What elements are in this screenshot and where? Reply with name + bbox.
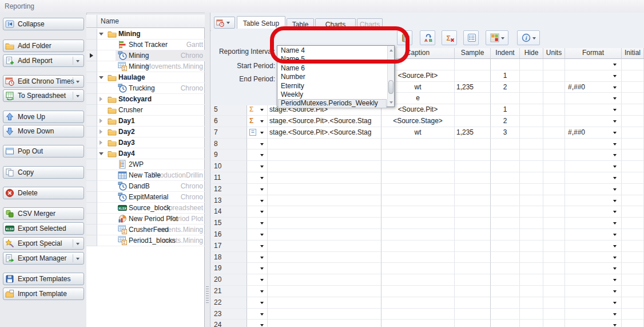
grid-cell-sample-row15[interactable] (455, 218, 491, 229)
panel-splitter[interactable] (205, 13, 210, 327)
grid-cell-initial-row14[interactable] (622, 206, 644, 218)
grid-cell-hide-row21[interactable] (520, 286, 543, 297)
grid-cell-hide-row2[interactable] (520, 70, 543, 82)
grid-cell-indent-row24[interactable] (491, 320, 520, 327)
sidebar-button-collapse[interactable]: Collapse (3, 18, 84, 30)
sidebar-button-add-report[interactable]: Add Report (3, 54, 84, 67)
grid-cell-caption-row23[interactable] (381, 309, 455, 320)
grid-cell-expr-row17[interactable] (268, 241, 381, 252)
grid-cell-sample-row16[interactable] (455, 229, 491, 241)
grid-cell-hide-row5[interactable] (520, 104, 543, 116)
grid-cell-hide-row22[interactable] (520, 297, 543, 309)
tree-item-source-block[interactable]: XLSXSpreadsheetSource_block (97, 203, 205, 214)
grid-cell-caption-row8[interactable] (381, 139, 455, 150)
grid-cell-num-row22[interactable]: 22 (212, 297, 247, 309)
grid-cell-num-row9[interactable]: 9 (212, 149, 247, 161)
grid-cell-format-row17[interactable] (565, 241, 622, 252)
format-dropdown-icon[interactable] (613, 75, 617, 79)
grid-cell-expr-row13[interactable] (268, 195, 381, 207)
sidebar-button-copy[interactable]: Copy (3, 166, 84, 179)
grid-cell-initial-row10[interactable] (622, 161, 644, 172)
grid-cell-icon-row16[interactable] (247, 229, 268, 241)
grid-cell-hide-row16[interactable] (520, 229, 543, 241)
sidebar-button-move-up[interactable]: Move Up (3, 111, 84, 123)
grid-cell-indent-row9[interactable] (491, 149, 520, 161)
grid-cell-num-row14[interactable]: 14 (212, 206, 247, 218)
sidebar-button-export-manager[interactable]: Export Manager (3, 252, 84, 265)
grid-cell-num-row16[interactable]: 16 (212, 229, 247, 241)
grid-cell-caption-row19[interactable] (381, 263, 455, 274)
grid-cell-icon-row21[interactable] (247, 286, 268, 297)
format-dropdown-icon[interactable] (613, 290, 617, 294)
grid-cell-format-row11[interactable] (565, 172, 622, 184)
row-type-dropdown-icon[interactable] (260, 143, 264, 147)
grid-cell-indent-row17[interactable] (491, 241, 520, 252)
grid-cell-num-row11[interactable]: 11 (212, 172, 247, 184)
grid-cell-expr-row19[interactable] (268, 263, 381, 274)
format-dropdown-icon[interactable] (613, 234, 617, 238)
grid-cell-sample-row8[interactable] (455, 139, 491, 150)
grid-cell-initial-row5[interactable] (622, 104, 644, 116)
grid-cell-num-row15[interactable]: 15 (212, 218, 247, 229)
grid-cell-sample-row24[interactable] (455, 320, 491, 327)
grid-cell-icon-row23[interactable] (247, 309, 268, 320)
grid-cell-initial-row18[interactable] (622, 252, 644, 263)
grid-cell-initial-row1[interactable] (622, 59, 644, 70)
splitter-grip[interactable] (206, 286, 209, 304)
grid-cell-units-row17[interactable] (543, 241, 565, 252)
grid-cell-sample-row5[interactable] (455, 104, 491, 116)
grid-cell-format-row6[interactable] (565, 116, 622, 127)
grid-cell-initial-row20[interactable] (622, 274, 644, 286)
grid-cell-hide-row19[interactable] (520, 263, 543, 274)
grid-cell-caption-row21[interactable] (381, 286, 455, 297)
grid-cell-icon-row17[interactable] (247, 241, 268, 252)
format-dropdown-icon[interactable] (613, 64, 617, 68)
grid-cell-format-row22[interactable] (565, 297, 622, 309)
grid-cell-indent-row10[interactable] (491, 161, 520, 172)
tree-item-2wp[interactable]: 2WP (97, 159, 205, 170)
grid-cell-initial-row4[interactable] (622, 93, 644, 104)
grid-cell-hide-row23[interactable] (520, 309, 543, 320)
grid-cell-sample-row12[interactable] (455, 184, 491, 195)
grid-cell-initial-row2[interactable] (622, 70, 644, 82)
grid-cell-hide-row15[interactable] (520, 218, 543, 229)
grid-cell-indent-row20[interactable] (491, 274, 520, 286)
grid-cell-hide-row6[interactable] (520, 116, 543, 127)
grid-cell-sample-row10[interactable] (455, 161, 491, 172)
grid-cell-units-row12[interactable] (543, 184, 565, 195)
format-dropdown-icon[interactable] (613, 86, 617, 90)
grid-cell-expr-row24[interactable] (268, 320, 381, 327)
tree-item-shot-tracker[interactable]: GanttShot Tracker (97, 40, 205, 50)
row-type-dropdown-icon[interactable] (260, 302, 264, 306)
tree-item-trucking[interactable]: ChronoTrucking (97, 83, 205, 94)
row-type-dropdown-icon[interactable] (260, 313, 264, 317)
expand-arrow-icon[interactable] (99, 33, 104, 38)
grid-cell-caption-row16[interactable] (381, 229, 455, 241)
grid-cell-units-row1[interactable] (543, 59, 565, 70)
grid-cell-expr-row22[interactable] (268, 297, 381, 309)
grid-cell-sample-row17[interactable] (455, 241, 491, 252)
grid-cell-num-row6[interactable]: 6 (212, 116, 247, 127)
grid-cell-num-row19[interactable]: 19 (212, 263, 247, 274)
grid-cell-expr-row23[interactable] (268, 309, 381, 320)
grid-cell-initial-row23[interactable] (622, 309, 644, 320)
row-type-dropdown-icon[interactable] (260, 279, 264, 283)
grid-cell-format-row9[interactable] (565, 149, 622, 161)
toolbar-button-info[interactable]: i (517, 30, 540, 45)
grid-cell-hide-row7[interactable] (520, 127, 543, 139)
grid-cell-num-row17[interactable]: 17 (212, 241, 247, 252)
grid-cell-indent-row19[interactable] (491, 263, 520, 274)
grid-cell-hide-row20[interactable] (520, 274, 543, 286)
grid-cell-units-row24[interactable] (543, 320, 565, 327)
grid-cell-num-row20[interactable]: 20 (212, 274, 247, 286)
grid-cell-num-row8[interactable]: 8 (212, 139, 247, 150)
grid-cell-expr-row8[interactable] (268, 139, 381, 150)
grid-cell-format-row18[interactable] (565, 252, 622, 263)
tree-item-crusherfeed[interactable]: Σements.MiningCrusherFeed (97, 224, 205, 235)
grid-cell-caption-row6[interactable]: <Source.Stage> (381, 116, 455, 127)
toolbar-button-delete-formula[interactable]: Σ (442, 30, 457, 45)
grid-cell-icon-row19[interactable] (247, 263, 268, 274)
grid-cell-indent-row21[interactable] (491, 286, 520, 297)
grid-cell-units-row20[interactable] (543, 274, 565, 286)
tree-item-haulage[interactable]: Haulage (97, 72, 205, 83)
